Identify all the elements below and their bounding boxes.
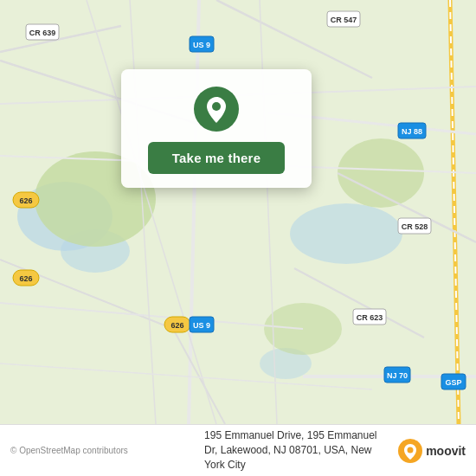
attribution-text: © OpenStreetMap contributors: [10, 446, 128, 455]
address-text: 195 Emmanuel Drive, 195 Emmanuel Dr, Lak…: [204, 428, 391, 472]
svg-text:US 9: US 9: [193, 41, 210, 49]
svg-point-3: [290, 203, 402, 264]
svg-text:CR 547: CR 547: [331, 16, 357, 24]
moovit-logo: moovit: [398, 439, 466, 463]
bottom-bar: © OpenStreetMap contributors 195 Emmanue…: [0, 424, 476, 476]
map-svg: CR 639 CR 547 US 9 NJ 88 626 626 626 US …: [0, 0, 476, 424]
svg-text:NJ 88: NJ 88: [402, 127, 422, 136]
take-me-there-button[interactable]: Take me there: [148, 142, 285, 174]
moovit-label: moovit: [426, 444, 466, 458]
osm-attribution: © OpenStreetMap contributors: [10, 445, 197, 456]
overlay-card: Take me there: [121, 69, 312, 188]
moovit-logo-icon: [398, 439, 422, 463]
svg-point-6: [338, 138, 424, 208]
svg-text:CR 639: CR 639: [29, 29, 56, 37]
svg-text:GSP: GSP: [445, 378, 461, 387]
svg-text:626: 626: [19, 196, 32, 205]
location-pin-icon: [194, 87, 239, 132]
svg-text:NJ 70: NJ 70: [387, 371, 408, 380]
svg-text:626: 626: [170, 321, 183, 330]
map-container: CR 639 CR 547 US 9 NJ 88 626 626 626 US …: [0, 0, 476, 424]
svg-text:CR 528: CR 528: [402, 222, 428, 231]
svg-text:US 9: US 9: [193, 321, 210, 330]
svg-point-54: [408, 447, 414, 453]
svg-text:626: 626: [19, 274, 32, 283]
svg-text:CR 623: CR 623: [357, 313, 383, 322]
svg-point-52: [212, 102, 221, 111]
